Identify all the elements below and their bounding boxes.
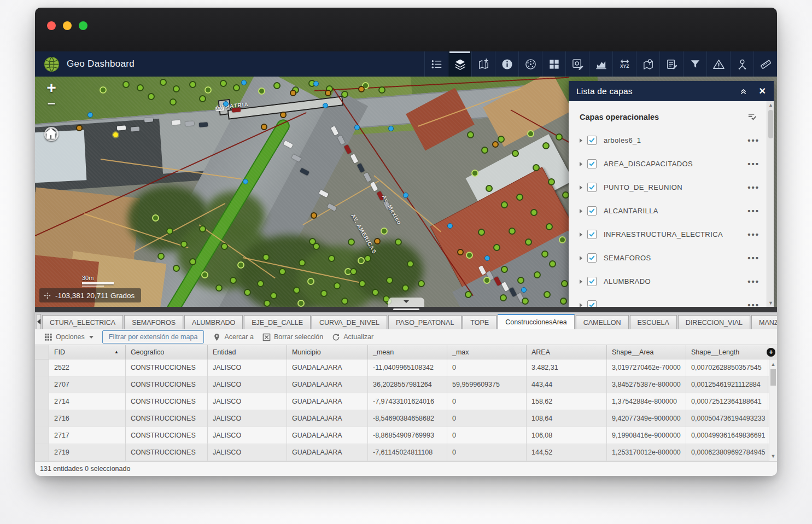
expand-caret-icon[interactable] <box>580 209 582 213</box>
basemap-add-icon[interactable] <box>471 51 495 77</box>
tab-DIRECCION_VIAL[interactable]: DIRECCION_VIAL <box>678 315 750 329</box>
column-header-Shape__Area[interactable]: Shape__Area <box>607 345 686 359</box>
filter-by-extent-button[interactable]: Filtrar por extensión de mapa <box>102 330 205 343</box>
filter-icon[interactable] <box>683 51 706 77</box>
expand-caret-icon[interactable] <box>580 256 582 260</box>
layer-panel-scrollbar[interactable]: ▲ ▼ <box>767 101 774 307</box>
expand-caret-icon[interactable] <box>580 232 582 237</box>
row-selector-cell[interactable] <box>35 444 49 461</box>
add-field-button[interactable]: + <box>767 348 775 357</box>
column-header-_mean[interactable]: _mean <box>368 345 447 359</box>
tab-ConstruccionesArea[interactable]: ConstruccionesArea <box>498 314 575 329</box>
layer-checkbox[interactable] <box>587 230 597 239</box>
scroll-up-icon[interactable]: ▲ <box>769 360 777 368</box>
layer-item-SEMAFOROS[interactable]: SEMAFOROS••• <box>569 246 774 270</box>
layer-checkbox[interactable] <box>587 136 597 145</box>
row-selector-cell[interactable] <box>35 359 49 376</box>
column-header-FID[interactable]: FID▲ <box>49 345 126 359</box>
zoom-in-button[interactable]: + <box>42 79 61 97</box>
row-selector-cell[interactable] <box>35 410 49 427</box>
column-header-Municipio[interactable]: Municipio <box>287 345 368 359</box>
layer-item-INFRAESTRUCTURA_ELECTRICA[interactable]: INFRAESTRUCTURA_ELECTRICA••• <box>569 223 774 246</box>
zoom-out-button[interactable]: − <box>42 97 61 112</box>
measure-ruler-icon[interactable] <box>753 51 777 77</box>
map-view[interactable]: AV PATRIA Av. Mexico AV. AMERICAS + − 30… <box>35 77 777 307</box>
apps-grid-icon[interactable] <box>542 51 565 77</box>
table-row[interactable]: 2717CONSTRUCCIONESJALISCOGUADALAJARA-8,8… <box>35 427 777 444</box>
column-header-AREA[interactable]: AREA <box>527 345 607 359</box>
xyz-coordinates-icon[interactable]: XYZ <box>612 51 636 77</box>
scrollbar-thumb[interactable] <box>768 110 773 138</box>
tab-CTURA_ELECTRICA[interactable]: CTURA_ELECTRICA <box>42 315 123 329</box>
layer-checkbox[interactable] <box>587 300 597 307</box>
select-all-cell[interactable] <box>35 345 49 359</box>
layer-item-ALCANTARILLA[interactable]: ALCANTARILLA••• <box>569 199 774 223</box>
tab-CAMELLON[interactable]: CAMELLON <box>576 315 629 329</box>
table-row[interactable]: 2707CONSTRUCCIONESJALISCOGUADALAJARA36,2… <box>35 376 777 393</box>
row-selector-cell[interactable] <box>35 376 49 393</box>
close-panel-icon[interactable]: ✕ <box>759 87 766 96</box>
scrollbar-thumb[interactable] <box>770 369 776 386</box>
minimize-window-button[interactable] <box>63 21 72 30</box>
tab-TOPE[interactable]: TOPE <box>463 315 496 329</box>
table-row[interactable]: 2716CONSTRUCCIONESJALISCOGUADALAJARA-8,5… <box>35 410 777 427</box>
table-row[interactable]: 2522CONSTRUCCIONESJALISCOGUADALAJARA-11,… <box>35 359 777 376</box>
trace-locator-icon[interactable] <box>730 51 753 77</box>
expand-caret-icon[interactable] <box>580 303 582 307</box>
expand-caret-icon[interactable] <box>580 280 582 284</box>
zoom-window-button[interactable] <box>79 21 87 30</box>
scroll-up-icon[interactable]: ▲ <box>767 101 774 109</box>
table-scrollbar[interactable]: ▲ ▼ <box>769 359 777 461</box>
layer-checkbox[interactable] <box>587 159 597 168</box>
layer-item-AREA_DISCAPACITADOS[interactable]: AREA_DISCAPACITADOS••• <box>569 152 774 176</box>
locate-on-map-icon[interactable] <box>636 51 659 77</box>
tab-ALUMBRADO[interactable]: ALUMBRADO <box>184 315 243 329</box>
layer-item-arboles6_1[interactable]: arboles6_1••• <box>569 129 774 152</box>
scroll-down-icon[interactable]: ▼ <box>769 452 777 460</box>
tabs-scroll-left-button[interactable] <box>37 314 41 329</box>
layers-icon[interactable] <box>448 51 471 77</box>
layer-checkbox[interactable] <box>587 206 597 216</box>
map-settings-edit-icon[interactable] <box>565 51 589 77</box>
layer-checkbox[interactable] <box>587 183 597 192</box>
expand-caret-icon[interactable] <box>580 138 582 143</box>
table-cell: 2719 <box>49 444 126 461</box>
table-row[interactable]: 2714CONSTRUCCIONESJALISCOGUADALAJARA-7,9… <box>35 393 777 410</box>
options-menu[interactable]: Opciones <box>40 333 98 341</box>
layer-item-ALUMBRADO[interactable]: ALUMBRADO••• <box>569 270 774 293</box>
zoom-to-button[interactable]: Acercar a <box>208 333 258 341</box>
collapse-panel-icon[interactable] <box>739 86 748 96</box>
layer-item-partial[interactable]: ••• <box>569 293 774 307</box>
alerts-warning-icon[interactable] <box>706 51 730 77</box>
tab-PASO_PEATONAL[interactable]: PASO_PEATONAL <box>388 315 462 329</box>
coordinate-system-icon[interactable] <box>518 51 542 77</box>
layer-checkbox[interactable] <box>587 277 597 286</box>
edit-notes-icon[interactable] <box>659 51 683 77</box>
tab-ESCUELA[interactable]: ESCUELA <box>630 315 677 329</box>
column-header-Geografico[interactable]: Geografico <box>126 345 208 359</box>
layer-checkbox[interactable] <box>587 253 597 263</box>
refresh-button[interactable]: Actualizar <box>328 333 378 341</box>
expand-caret-icon[interactable] <box>580 185 582 190</box>
row-selector-cell[interactable] <box>35 427 49 444</box>
chart-icon[interactable] <box>589 51 612 77</box>
attribute-table-handle[interactable] <box>388 298 424 307</box>
tab-MANZANA[interactable]: MANZANA <box>751 315 777 329</box>
close-window-button[interactable] <box>47 21 56 30</box>
info-icon[interactable] <box>495 51 518 77</box>
row-selector-cell[interactable] <box>35 393 49 410</box>
tab-SEMAFOROS[interactable]: SEMAFOROS <box>124 315 183 329</box>
column-header-Entidad[interactable]: Entidad <box>208 345 287 359</box>
layer-item-PUNTO_DE_REUNION[interactable]: PUNTO_DE_REUNION••• <box>569 176 774 199</box>
expand-caret-icon[interactable] <box>580 162 582 166</box>
tab-EJE_DE_CALLE[interactable]: EJE_DE_CALLE <box>244 315 311 329</box>
layer-filter-icon[interactable] <box>747 112 757 122</box>
panel-splitter[interactable] <box>35 307 777 312</box>
column-header-Shape__Length[interactable]: Shape__Length <box>686 345 768 359</box>
table-row[interactable]: 2719CONSTRUCCIONESJALISCOGUADALAJARA-7,6… <box>35 444 777 461</box>
tab-CURVA_DE_NIVEL[interactable]: CURVA_DE_NIVEL <box>312 315 387 329</box>
scroll-down-icon[interactable]: ▼ <box>767 299 774 307</box>
legend-icon[interactable] <box>424 51 448 77</box>
column-header-_max[interactable]: _max <box>447 345 527 359</box>
clear-selection-button[interactable]: Borrar selección <box>258 333 328 341</box>
